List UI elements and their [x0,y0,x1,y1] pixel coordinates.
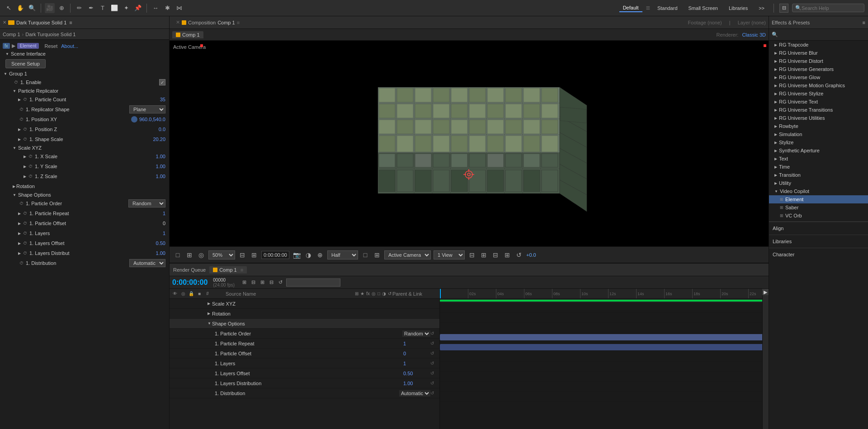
tool-zoom[interactable]: 🔍 [27,3,37,13]
view-select[interactable]: 1 View2 Views4 Views [434,250,465,259]
character-label[interactable]: Character [769,250,868,259]
text[interactable]: ▶ Text [769,155,868,163]
particle-count-stopwatch[interactable]: ⏱ [22,96,28,103]
particle-count-value[interactable]: 35 [160,97,165,102]
scale-xyz-header[interactable]: ▼ Scale XYZ [0,144,169,151]
tool-pin[interactable]: 📌 [133,3,143,13]
particle-repeat-stopwatch[interactable]: ⏱ [22,210,28,217]
shape-scale-value[interactable]: 20.20 [153,137,165,142]
3d-button[interactable]: ◎ [197,250,206,259]
y-scale-stopwatch[interactable]: ⏱ [27,163,33,170]
workspace-icon[interactable]: ⊟ [779,4,788,13]
rowbyte[interactable]: ▶ Rowbyte [769,122,868,130]
reset-button[interactable]: Reset [44,43,57,49]
snapshot-button[interactable]: □ [173,250,182,259]
align-label[interactable]: Align [769,224,868,233]
workspace-libraries[interactable]: Libraries [725,5,751,12]
particle-order-stopwatch[interactable]: ⏱ [18,200,24,207]
vc-orb-item[interactable]: ⊞ VC Orb [769,212,868,220]
tool-clone[interactable]: ✦ [121,3,131,13]
x-scale-value[interactable]: 1.00 [156,154,165,159]
distribution-stopwatch[interactable]: ⏱ [18,260,24,266]
tool-pen[interactable]: ✏ [74,3,84,13]
view-btn5[interactable]: ↺ [514,250,524,259]
enable-stopwatch[interactable]: ⏱ [13,79,19,85]
composition-close[interactable]: ✕ [176,19,180,25]
layers-distrib-value[interactable]: 1.00 [156,250,165,256]
renderer-value[interactable]: Classic 3D [742,32,766,38]
workspace-default[interactable]: Default [619,4,642,12]
tool-camera[interactable]: 🎥 [45,3,55,13]
timeline-edge-icon[interactable]: ▶ [762,289,769,295]
tl-particle-repeat-value[interactable]: 1 [403,341,430,346]
libraries-label[interactable]: Libraries [769,237,868,246]
layers-distrib-stopwatch[interactable]: ⏱ [22,250,28,256]
view-btn2[interactable]: ⊞ [479,250,488,259]
panel-menu-icon[interactable]: ≡ [69,20,72,25]
rg-universe-distort[interactable]: ▶ RG Universe Distort [769,57,868,65]
layers-value[interactable]: 1 [163,231,165,236]
rg-universe-stylize[interactable]: ▶ RG Universe Stylize [769,90,868,98]
enable-checkbox[interactable] [159,79,165,85]
tl-layers-distrib-value[interactable]: 1.00 [403,381,430,386]
group1-header[interactable]: ▼ Group 1 [0,70,169,77]
camera-select[interactable]: Active CameraCamera 1 [384,250,431,259]
workspace-small-screen[interactable]: Small Screen [685,5,722,12]
shape-scale-stopwatch[interactable]: ⏱ [22,136,28,142]
view-btn4[interactable]: ⊞ [503,250,512,259]
transition[interactable]: ▶ Transition [769,171,868,179]
particle-offset-stopwatch[interactable]: ⏱ [22,220,28,226]
simulation[interactable]: ▶ Simulation [769,130,868,138]
comp-tab-menu[interactable]: ≡ [237,20,240,25]
rg-universe-glow[interactable]: ▶ RG Universe Glow [769,73,868,81]
tl-btn-back[interactable]: ⊞ [240,278,248,287]
replicator-shape-select[interactable]: PlaneBoxSphere [129,105,165,113]
tl-rotation-expand[interactable]: ▶ [208,311,212,316]
distribution-select[interactable]: AutomaticManual [129,259,165,267]
tl-btn-loop[interactable]: ↺ [276,278,284,287]
layers-stopwatch[interactable]: ⏱ [22,230,28,236]
color-button[interactable]: ◑ [304,250,313,259]
position-xy-stopwatch[interactable]: ⏱ [18,116,24,123]
search-input[interactable] [802,5,856,11]
rg-universe-generators[interactable]: ▶ RG Universe Generators [769,65,868,73]
region-button[interactable]: ⊞ [250,250,259,259]
particle-offset-value[interactable]: 0 [163,221,165,226]
view-btn3[interactable]: ⊟ [491,250,500,259]
tool-arrow[interactable]: ↖ [4,3,14,13]
element-badge[interactable]: Element [17,43,39,49]
tl-particle-order-select[interactable]: Random [402,330,430,337]
render-queue-tab[interactable]: Render Queue [173,267,206,273]
workspace-more[interactable]: >> [755,5,768,12]
rg-universe-blur[interactable]: ▶ RG Universe Blur [769,49,868,57]
tool-align[interactable]: ↔ [151,3,160,13]
snapshot2-button[interactable]: 📷 [292,250,301,259]
rg-trapcode[interactable]: ▶ RG Trapcode [769,41,868,49]
rg-universe-utilities[interactable]: ▶ RG Universe Utilities [769,114,868,122]
y-scale-value[interactable]: 1.00 [156,164,165,169]
render-button[interactable]: □ [361,250,370,259]
grid-button[interactable]: ⊞ [185,250,194,259]
tool-orbit[interactable]: ⊕ [57,3,66,13]
tool-text[interactable]: T [98,3,108,13]
resolution-select[interactable]: HalfFullQuarter [327,250,358,259]
time[interactable]: ▶ Time [769,163,868,171]
tl-btn-prev[interactable]: ⊟ [249,278,257,287]
replicator-shape-stopwatch[interactable]: ⏱ [18,106,24,113]
element-item[interactable]: ⊞ Element [769,195,868,203]
tool-shape[interactable]: ⬜ [109,3,119,13]
workspace-standard[interactable]: Standard [654,5,681,12]
comp-1-tab[interactable]: Comp 1 [172,31,203,38]
tl-scale-xyz-expand[interactable]: ▶ [208,302,212,306]
panel-close-icon[interactable]: ✕ [3,20,6,25]
tl-distribution-select[interactable]: Automatic [399,390,430,396]
particle-repeat-value[interactable]: 1 [163,211,165,216]
effects-menu-icon[interactable]: ≡ [863,20,865,25]
effects-search-input[interactable] [780,32,865,38]
rg-universe-transitions[interactable]: ▶ RG Universe Transitions [769,106,868,114]
region2-button[interactable]: ⊞ [373,250,382,259]
tool-hand[interactable]: ✋ [15,3,25,13]
comp-timeline-tab[interactable]: Comp 1 ≡ [209,266,247,273]
zoom-select[interactable]: 50%100%25% [208,250,235,259]
shape-options-header[interactable]: ▼ Shape Options [0,191,169,198]
